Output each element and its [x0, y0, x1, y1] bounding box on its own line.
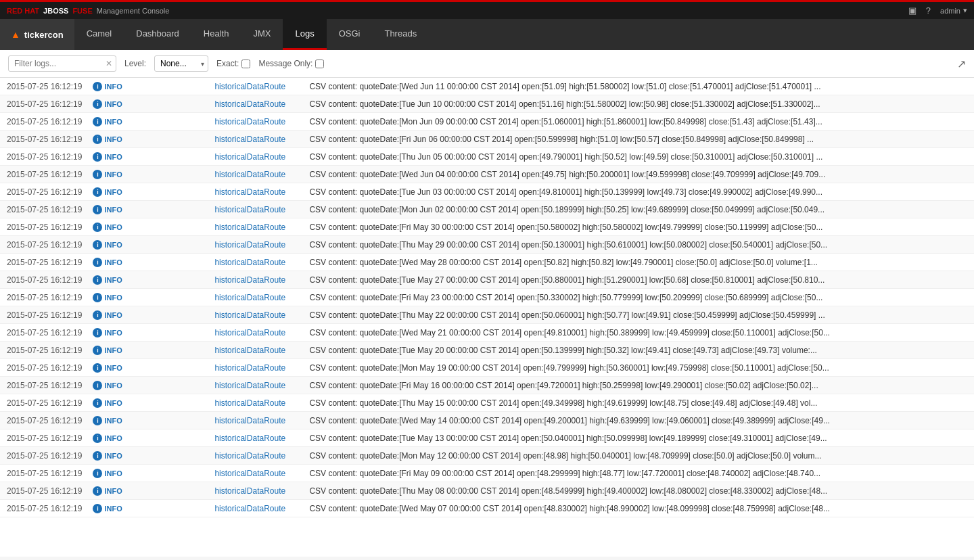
table-row[interactable]: 2015-07-25 16:12:19i INFOhistoricalDataR…	[0, 359, 974, 377]
filter-bar: ✕ Level: None...TRACEDEBUGINFOWARNERROR …	[0, 50, 974, 78]
log-route[interactable]: historicalDataRoute	[210, 254, 305, 271]
log-route[interactable]: historicalDataRoute	[210, 429, 305, 447]
log-route[interactable]: historicalDataRoute	[210, 359, 305, 377]
log-route[interactable]: historicalDataRoute	[210, 271, 305, 289]
log-route[interactable]: historicalDataRoute	[210, 447, 305, 465]
export-button[interactable]: ↗	[957, 57, 966, 70]
clear-filter-button[interactable]: ✕	[106, 59, 112, 68]
log-route[interactable]: historicalDataRoute	[210, 465, 305, 482]
table-row[interactable]: 2015-07-25 16:12:19i INFOhistoricalDataR…	[0, 447, 974, 465]
log-route[interactable]: historicalDataRoute	[210, 183, 305, 201]
table-row[interactable]: 2015-07-25 16:12:19i INFOhistoricalDataR…	[0, 271, 974, 289]
table-row[interactable]: 2015-07-25 16:12:19i INFOhistoricalDataR…	[0, 95, 974, 113]
log-route[interactable]: historicalDataRoute	[210, 482, 305, 500]
log-message: CSV content: quoteDate:[Mon May 19 00:00…	[305, 359, 974, 377]
brand-jboss: JBOSS	[43, 7, 68, 15]
log-timestamp: 2015-07-25 16:12:19	[0, 289, 89, 306]
log-route[interactable]: historicalDataRoute	[210, 394, 305, 412]
nav-tab-logs[interactable]: Logs	[283, 19, 326, 50]
filter-logs-input[interactable]	[8, 55, 116, 72]
log-timestamp: 2015-07-25 16:12:19	[0, 324, 89, 342]
log-route[interactable]: historicalDataRoute	[210, 342, 305, 359]
log-level: i INFO	[89, 254, 129, 271]
log-route[interactable]: historicalDataRoute	[210, 78, 305, 95]
log-timestamp: 2015-07-25 16:12:19	[0, 131, 89, 148]
log-route[interactable]: historicalDataRoute	[210, 201, 305, 218]
log-class	[129, 394, 210, 412]
level-select[interactable]: None...TRACEDEBUGINFOWARNERROR	[154, 55, 208, 72]
log-route[interactable]: historicalDataRoute	[210, 289, 305, 306]
table-row[interactable]: 2015-07-25 16:12:19i INFOhistoricalDataR…	[0, 236, 974, 254]
log-level: i INFO	[89, 218, 129, 236]
table-row[interactable]: 2015-07-25 16:12:19i INFOhistoricalDataR…	[0, 394, 974, 412]
nav-tab-camel[interactable]: Camel	[74, 19, 124, 50]
log-route[interactable]: historicalDataRoute	[210, 131, 305, 148]
log-route[interactable]: historicalDataRoute	[210, 306, 305, 324]
log-route[interactable]: historicalDataRoute	[210, 218, 305, 236]
log-timestamp: 2015-07-25 16:12:19	[0, 201, 89, 218]
table-row[interactable]: 2015-07-25 16:12:19i INFOhistoricalDataR…	[0, 377, 974, 394]
log-class	[129, 377, 210, 394]
level-select-wrapper: None...TRACEDEBUGINFOWARNERROR	[154, 55, 208, 72]
log-route[interactable]: historicalDataRoute	[210, 377, 305, 394]
log-message: CSV content: quoteDate:[Fri Jun 06 00:00…	[305, 131, 974, 148]
table-row[interactable]: 2015-07-25 16:12:19i INFOhistoricalDataR…	[0, 131, 974, 148]
log-route[interactable]: historicalDataRoute	[210, 148, 305, 166]
log-timestamp: 2015-07-25 16:12:19	[0, 78, 89, 95]
log-timestamp: 2015-07-25 16:12:19	[0, 183, 89, 201]
log-timestamp: 2015-07-25 16:12:19	[0, 394, 89, 412]
log-route[interactable]: historicalDataRoute	[210, 324, 305, 342]
log-route[interactable]: historicalDataRoute	[210, 412, 305, 429]
table-row[interactable]: 2015-07-25 16:12:19i INFOhistoricalDataR…	[0, 306, 974, 324]
log-class	[129, 201, 210, 218]
nav-tab-jmx[interactable]: JMX	[241, 19, 283, 50]
table-row[interactable]: 2015-07-25 16:12:19i INFOhistoricalDataR…	[0, 412, 974, 429]
log-route[interactable]: historicalDataRoute	[210, 500, 305, 517]
table-row[interactable]: 2015-07-25 16:12:19i INFOhistoricalDataR…	[0, 183, 974, 201]
admin-menu[interactable]: admin ▾	[940, 6, 967, 15]
level-label: Level:	[124, 59, 146, 68]
log-timestamp: 2015-07-25 16:12:19	[0, 218, 89, 236]
log-timestamp: 2015-07-25 16:12:19	[0, 113, 89, 131]
brand-area: RED HAT JBOSS FUSE Management Console	[7, 7, 169, 15]
log-class	[129, 113, 210, 131]
log-route[interactable]: historicalDataRoute	[210, 236, 305, 254]
nav-tab-dashboard[interactable]: Dashboard	[124, 19, 191, 50]
help-icon[interactable]: ?	[926, 5, 931, 16]
log-class	[129, 429, 210, 447]
log-class	[129, 306, 210, 324]
log-route[interactable]: historicalDataRoute	[210, 166, 305, 183]
table-row[interactable]: 2015-07-25 16:12:19i INFOhistoricalDataR…	[0, 254, 974, 271]
log-message: CSV content: quoteDate:[Tue May 27 00:00…	[305, 271, 974, 289]
log-level: i INFO	[89, 377, 129, 394]
log-level: i INFO	[89, 289, 129, 306]
table-row[interactable]: 2015-07-25 16:12:19i INFOhistoricalDataR…	[0, 148, 974, 166]
table-row[interactable]: 2015-07-25 16:12:19i INFOhistoricalDataR…	[0, 166, 974, 183]
exact-checkbox[interactable]	[241, 60, 250, 68]
monitor-icon[interactable]: ▣	[908, 5, 917, 16]
log-level: i INFO	[89, 95, 129, 113]
nav-tab-osgi[interactable]: OSGi	[327, 19, 373, 50]
table-row[interactable]: 2015-07-25 16:12:19i INFOhistoricalDataR…	[0, 465, 974, 482]
log-message: CSV content: quoteDate:[Mon Jun 02 00:00…	[305, 201, 974, 218]
table-row[interactable]: 2015-07-25 16:12:19i INFOhistoricalDataR…	[0, 289, 974, 306]
table-row[interactable]: 2015-07-25 16:12:19i INFOhistoricalDataR…	[0, 324, 974, 342]
nav-tab-threads[interactable]: Threads	[372, 19, 429, 50]
log-timestamp: 2015-07-25 16:12:19	[0, 412, 89, 429]
message-only-wrapper: Message Only:	[258, 59, 324, 68]
log-message: CSV content: quoteDate:[Fri May 23 00:00…	[305, 289, 974, 306]
log-route[interactable]: historicalDataRoute	[210, 113, 305, 131]
table-row[interactable]: 2015-07-25 16:12:19i INFOhistoricalDataR…	[0, 482, 974, 500]
table-row[interactable]: 2015-07-25 16:12:19i INFOhistoricalDataR…	[0, 500, 974, 517]
log-route[interactable]: historicalDataRoute	[210, 95, 305, 113]
table-row[interactable]: 2015-07-25 16:12:19i INFOhistoricalDataR…	[0, 78, 974, 95]
table-row[interactable]: 2015-07-25 16:12:19i INFOhistoricalDataR…	[0, 113, 974, 131]
table-row[interactable]: 2015-07-25 16:12:19i INFOhistoricalDataR…	[0, 218, 974, 236]
nav-tab-health[interactable]: Health	[191, 19, 241, 50]
app-brand[interactable]: ▲ tickercon	[0, 19, 74, 50]
table-row[interactable]: 2015-07-25 16:12:19i INFOhistoricalDataR…	[0, 429, 974, 447]
brand-management-console: Management Console	[97, 7, 170, 15]
message-only-checkbox[interactable]	[315, 60, 324, 68]
table-row[interactable]: 2015-07-25 16:12:19i INFOhistoricalDataR…	[0, 342, 974, 359]
table-row[interactable]: 2015-07-25 16:12:19i INFOhistoricalDataR…	[0, 201, 974, 218]
